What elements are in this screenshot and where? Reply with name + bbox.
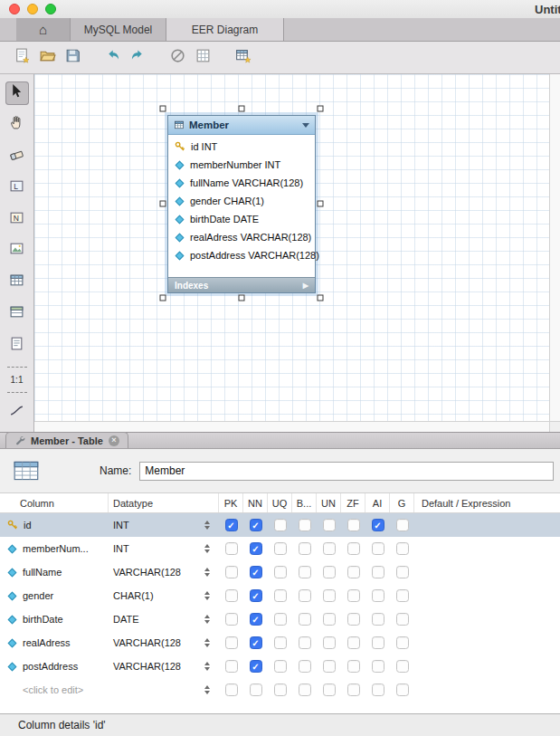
checkbox-uq[interactable]	[274, 519, 287, 531]
selection-handle[interactable]	[318, 106, 324, 112]
checkbox-zf[interactable]	[347, 566, 360, 578]
diagram-column-row[interactable]: realAdress VARCHAR(128)	[168, 228, 315, 246]
checkbox-pk[interactable]	[225, 636, 238, 649]
view-tool[interactable]	[5, 302, 29, 326]
checkbox-g[interactable]	[396, 566, 409, 578]
checkbox-pk[interactable]	[225, 589, 238, 602]
datatype-cell[interactable]: INT	[109, 543, 219, 554]
eer-canvas[interactable]: Member id INTmemberNumber INTfullName VA…	[34, 74, 549, 421]
checkbox-ai[interactable]: ✓	[372, 519, 384, 531]
checkbox-ai[interactable]	[372, 542, 384, 555]
checkbox-ai[interactable]	[372, 589, 384, 602]
close-window-button[interactable]	[9, 4, 20, 14]
diagram-column-row[interactable]: memberNumber INT	[168, 156, 315, 174]
checkbox-g[interactable]	[396, 589, 409, 602]
diagram-column-row[interactable]: fullName VARCHAR(128)	[168, 174, 315, 192]
datatype-cell[interactable]: VARCHAR(128	[109, 637, 219, 648]
checkbox-un[interactable]	[323, 589, 336, 602]
checkbox-pk[interactable]: ✓	[225, 519, 238, 531]
selection-handle[interactable]	[318, 200, 324, 206]
checkbox-un[interactable]	[323, 683, 336, 696]
grid-row[interactable]: idINT✓✓✓	[0, 513, 560, 537]
checkbox-uq[interactable]	[274, 613, 287, 626]
checkbox-g[interactable]	[396, 660, 409, 673]
selection-handle[interactable]	[239, 106, 245, 112]
datatype-cell[interactable]: CHAR(1)	[109, 590, 219, 601]
checkbox-uq[interactable]	[274, 636, 287, 649]
checkbox-b[interactable]	[299, 683, 311, 696]
checkbox-nn[interactable]: ✓	[250, 589, 262, 602]
checkbox-nn[interactable]: ✓	[250, 542, 262, 555]
selection-handle[interactable]	[160, 200, 166, 206]
checkbox-uq[interactable]	[274, 542, 287, 555]
checkbox-g[interactable]	[396, 519, 409, 531]
new-table-button[interactable]	[232, 46, 254, 69]
checkbox-ai[interactable]	[372, 566, 384, 578]
checkbox-pk[interactable]	[225, 566, 238, 578]
grid-row[interactable]: postAddressVARCHAR(128✓	[0, 655, 560, 678]
datatype-stepper-icon[interactable]	[204, 662, 210, 671]
checkbox-pk[interactable]	[225, 660, 238, 673]
hand-tool[interactable]	[5, 113, 29, 137]
checkbox-zf[interactable]	[347, 613, 360, 626]
selection-handle[interactable]	[239, 295, 245, 301]
checkbox-un[interactable]	[323, 566, 336, 578]
new-model-button[interactable]	[11, 46, 33, 69]
minimize-window-button[interactable]	[27, 4, 38, 14]
datatype-stepper-icon[interactable]	[204, 591, 210, 600]
checkbox-zf[interactable]	[347, 660, 360, 673]
diagram-column-row[interactable]: gender CHAR(1)	[168, 192, 315, 210]
grid-row[interactable]: birthDateDATE✓	[0, 607, 560, 631]
checkbox-b[interactable]	[299, 566, 311, 578]
diagram-column-row[interactable]: id INT	[168, 138, 315, 156]
zoom-window-button[interactable]	[45, 4, 56, 14]
vertical-scrollbar[interactable]	[549, 74, 560, 421]
checkbox-uq[interactable]	[274, 660, 287, 673]
checkbox-pk[interactable]	[225, 542, 238, 555]
checkbox-ai[interactable]	[372, 636, 384, 649]
datatype-stepper-icon[interactable]	[204, 638, 210, 647]
undo-button[interactable]	[101, 46, 124, 69]
checkbox-nn[interactable]: ✓	[250, 613, 262, 626]
diagram-column-row[interactable]: postAddress VARCHAR(128)	[168, 246, 315, 264]
selection-handle[interactable]	[160, 106, 166, 112]
datatype-cell[interactable]: DATE	[109, 614, 219, 625]
checkbox-un[interactable]	[323, 519, 336, 531]
checkbox-g[interactable]	[396, 542, 409, 555]
checkbox-un[interactable]	[323, 636, 336, 649]
checkbox-zf[interactable]	[347, 542, 360, 555]
checkbox-g[interactable]	[396, 636, 409, 649]
checkbox-uq[interactable]	[274, 683, 287, 696]
checkbox-pk[interactable]	[225, 613, 238, 626]
tab-mysql-model[interactable]: MySQL Model	[71, 18, 166, 41]
datatype-stepper-icon[interactable]	[204, 615, 210, 624]
horizontal-scrollbar[interactable]	[34, 421, 549, 432]
selection-handle[interactable]	[318, 295, 324, 301]
datatype-cell[interactable]: VARCHAR(128	[109, 661, 219, 672]
note-tool[interactable]: N	[5, 207, 29, 231]
checkbox-pk[interactable]	[225, 683, 238, 696]
datatype-cell[interactable]: VARCHAR(128	[109, 567, 219, 578]
select-tool[interactable]	[5, 81, 29, 105]
datatype-stepper-icon[interactable]	[204, 685, 210, 694]
datatype-stepper-icon[interactable]	[204, 568, 210, 577]
image-tool[interactable]	[5, 239, 29, 263]
grid-row[interactable]: realAdressVARCHAR(128✓	[0, 631, 560, 655]
checkbox-nn[interactable]: ✓	[250, 519, 262, 531]
save-model-button[interactable]	[62, 46, 84, 69]
checkbox-un[interactable]	[323, 613, 336, 626]
checkbox-g[interactable]	[396, 613, 409, 626]
checkbox-ai[interactable]	[372, 683, 384, 696]
checkbox-b[interactable]	[299, 542, 311, 555]
collapse-caret-icon[interactable]	[302, 123, 309, 128]
table-name-input[interactable]	[139, 462, 554, 481]
tab-home[interactable]: ⌂	[16, 18, 71, 41]
grid-row[interactable]: memberNum...INT✓	[0, 537, 560, 560]
checkbox-nn[interactable]	[250, 683, 262, 696]
open-model-button[interactable]	[36, 46, 59, 69]
diagram-table-header[interactable]: Member	[168, 116, 315, 135]
datatype-cell[interactable]	[109, 685, 219, 694]
relationship-tool[interactable]	[5, 400, 29, 424]
redo-button[interactable]	[127, 46, 149, 69]
checkbox-zf[interactable]	[347, 589, 360, 602]
